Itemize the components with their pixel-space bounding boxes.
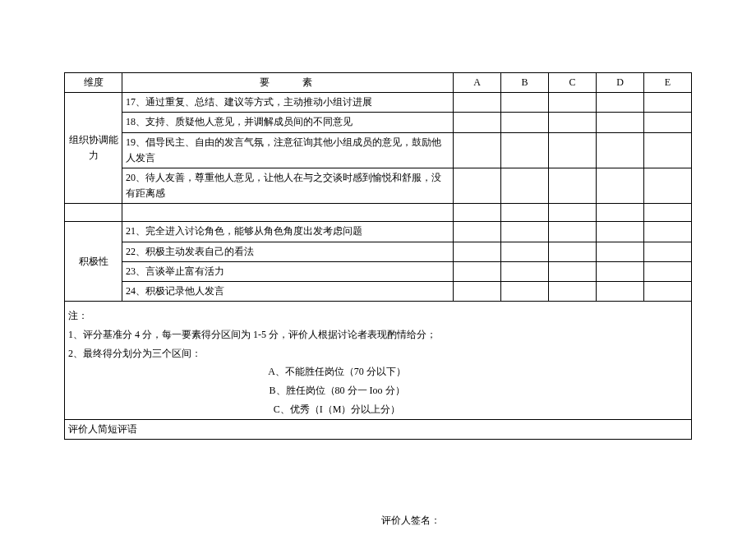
- score-cell: [549, 242, 597, 261]
- table-row: 20、待人友善，尊重他人意见，让他人在与之交谈时感到愉悦和舒服，没有距离感: [65, 168, 692, 203]
- score-cell: [644, 168, 692, 203]
- item-cell: 24、积极记录他人发言: [122, 281, 454, 301]
- item-cell: 18、支持、质疑他人意见，并调解成员间的不同意见: [122, 113, 454, 132]
- notes-row: 注： 1、评分基准分 4 分，每一要素得分区间为 1-5 分，评价人根据讨论者表…: [65, 302, 692, 420]
- score-cell: [454, 113, 501, 132]
- col-c-header: C: [549, 73, 597, 93]
- table-row: 22、积极主动发表自己的看法: [65, 242, 692, 261]
- comment-row: 评价人简短评语: [65, 419, 692, 439]
- score-cell: [501, 168, 549, 203]
- empty-cell: [122, 204, 454, 222]
- score-cell: [644, 281, 692, 301]
- score-cell: [454, 281, 501, 301]
- evaluation-table: 维度 要素 A B C D E 组织协调能力 17、通过重复、总结、建议等方式，…: [64, 72, 692, 440]
- score-cell: [454, 242, 501, 261]
- score-cell: [549, 168, 597, 203]
- col-e-header: E: [644, 73, 692, 93]
- empty-cell: [454, 204, 501, 222]
- comment-cell: 评价人简短评语: [65, 419, 692, 439]
- score-cell: [454, 261, 501, 281]
- score-cell: [549, 113, 597, 132]
- empty-cell: [501, 204, 549, 222]
- item-cell: 19、倡导民主、自由的发言气氛，注意征询其他小组成员的意见，鼓励他人发言: [122, 132, 454, 168]
- empty-cell: [597, 204, 644, 222]
- table-row: 组织协调能力 17、通过重复、总结、建议等方式，主动推动小组讨进展: [65, 93, 692, 113]
- table-row: 18、支持、质疑他人意见，并调解成员间的不同意见: [65, 113, 692, 132]
- score-cell: [644, 132, 692, 168]
- score-cell: [549, 261, 597, 281]
- score-cell: [644, 222, 692, 242]
- empty-cell: [65, 204, 122, 222]
- score-cell: [501, 242, 549, 261]
- table-row: 24、积极记录他人发言: [65, 281, 692, 301]
- item-cell: 23、言谈举止富有活力: [122, 261, 454, 281]
- score-cell: [597, 242, 644, 261]
- notes-b: B、胜任岗位（80 分一 Ioo 分）: [65, 381, 689, 400]
- notes-a: A、不能胜任岗位（70 分以下）: [65, 362, 689, 381]
- notes-cell: 注： 1、评分基准分 4 分，每一要素得分区间为 1-5 分，评价人根据讨论者表…: [65, 302, 692, 420]
- score-cell: [454, 168, 501, 203]
- notes-line1: 1、评分基准分 4 分，每一要素得分区间为 1-5 分，评价人根据讨论者表现酌情…: [68, 325, 688, 344]
- item-cell: 22、积极主动发表自己的看法: [122, 242, 454, 261]
- item-cell: 20、待人友善，尊重他人意见，让他人在与之交谈时感到愉悦和舒服，没有距离感: [122, 168, 454, 203]
- score-cell: [454, 93, 501, 113]
- notes-heading: 注：: [68, 307, 688, 325]
- score-cell: [501, 132, 549, 168]
- dimension-cell-2: 积极性: [65, 222, 122, 302]
- score-cell: [549, 281, 597, 301]
- col-element-header: 要素: [122, 73, 454, 93]
- item-cell: 21、完全进入讨论角色，能够从角色角度出发考虑问题: [122, 222, 454, 242]
- score-cell: [454, 132, 501, 168]
- notes-c: C、优秀（I（M）分以上分）: [65, 400, 689, 419]
- col-dimension-header: 维度: [65, 73, 122, 93]
- score-cell: [501, 113, 549, 132]
- score-cell: [597, 261, 644, 281]
- table-row: 积极性 21、完全进入讨论角色，能够从角色角度出发考虑问题: [65, 222, 692, 242]
- header-row: 维度 要素 A B C D E: [65, 73, 692, 93]
- empty-cell: [644, 204, 692, 222]
- score-cell: [644, 93, 692, 113]
- col-d-header: D: [597, 73, 644, 93]
- score-cell: [597, 93, 644, 113]
- empty-cell: [549, 204, 597, 222]
- score-cell: [501, 93, 549, 113]
- score-cell: [501, 281, 549, 301]
- signature-label: 评价人签名：: [64, 514, 692, 528]
- score-cell: [597, 281, 644, 301]
- spacer-row: [65, 204, 692, 222]
- col-b-header: B: [501, 73, 549, 93]
- score-cell: [454, 222, 501, 242]
- score-cell: [549, 222, 597, 242]
- col-a-header: A: [454, 73, 501, 93]
- score-cell: [597, 222, 644, 242]
- score-cell: [644, 113, 692, 132]
- table-row: 23、言谈举止富有活力: [65, 261, 692, 281]
- notes-line2: 2、最终得分划分为三个区间：: [68, 344, 688, 363]
- dimension-cell-1: 组织协调能力: [65, 93, 122, 204]
- score-cell: [597, 132, 644, 168]
- score-cell: [549, 93, 597, 113]
- score-cell: [644, 261, 692, 281]
- score-cell: [597, 168, 644, 203]
- score-cell: [501, 222, 549, 242]
- item-cell: 17、通过重复、总结、建议等方式，主动推动小组讨进展: [122, 93, 454, 113]
- score-cell: [501, 261, 549, 281]
- score-cell: [549, 132, 597, 168]
- score-cell: [644, 242, 692, 261]
- table-row: 19、倡导民主、自由的发言气氛，注意征询其他小组成员的意见，鼓励他人发言: [65, 132, 692, 168]
- score-cell: [597, 113, 644, 132]
